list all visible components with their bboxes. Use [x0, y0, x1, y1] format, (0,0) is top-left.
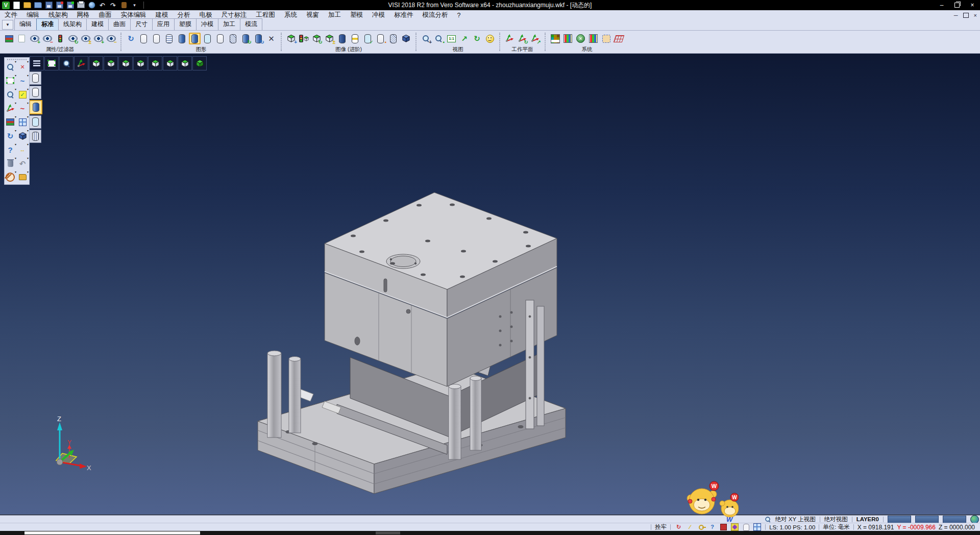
layer-chip-2[interactable]	[915, 516, 939, 523]
visibility-toggle-icon[interactable]: ±	[80, 33, 91, 44]
print-icon[interactable]	[77, 2, 85, 9]
layer-label[interactable]: LAYER0	[856, 516, 879, 522]
pan-view-icon[interactable]: ↗	[458, 33, 470, 44]
workplane-rotate-icon[interactable]: ↻	[517, 33, 528, 44]
tab-8[interactable]: 冲模	[196, 18, 218, 30]
cylinder-mesh-icon[interactable]	[387, 33, 399, 44]
color-table-icon[interactable]	[562, 33, 574, 44]
flat-shaded-icon[interactable]	[214, 33, 226, 44]
restore-button[interactable]	[949, 0, 965, 10]
tab-6[interactable]: 应用	[152, 18, 175, 30]
zoom-1-1-icon[interactable]: 1:1	[446, 33, 457, 44]
color-palette-icon[interactable]	[549, 33, 561, 44]
view-refresh-icon[interactable]: ↻	[311, 33, 323, 44]
tab-5[interactable]: 尺寸	[130, 18, 153, 30]
zoom-extents-icon[interactable]: ▪	[433, 33, 445, 44]
tab-3[interactable]: 建模	[86, 18, 109, 30]
menu-item-16[interactable]: 标准件	[389, 10, 418, 20]
show-all-icon[interactable]: +	[92, 33, 104, 44]
view-eye-icon[interactable]	[484, 33, 496, 44]
hidden-line-dashed-icon[interactable]	[163, 33, 175, 44]
view-toggle-icon[interactable]: ±	[324, 33, 335, 44]
lock-label[interactable]: 拴牢	[655, 523, 667, 531]
view-mode-label[interactable]: 绝对 XY 上视图	[775, 516, 816, 523]
desktop-mascot[interactable]: W W W	[681, 479, 739, 526]
attribute-edit-icon[interactable]	[3, 33, 15, 44]
graphics-settings-icon[interactable]: ✕	[265, 33, 277, 44]
units-label[interactable]: 单位: 毫米	[823, 523, 849, 531]
minimize-button[interactable]: –	[934, 0, 949, 10]
menu-item-13[interactable]: 加工	[324, 10, 346, 20]
save-all-icon[interactable]	[66, 2, 74, 9]
tab-9[interactable]: 加工	[218, 18, 240, 30]
tab-7[interactable]: 塑膜	[174, 18, 197, 30]
taskbar-app-segment[interactable]	[24, 531, 200, 534]
workplane-move-icon[interactable]: ↗	[529, 33, 541, 44]
redraw-icon[interactable]: ↻	[125, 33, 137, 44]
cylinder-copy-icon[interactable]: ▪	[375, 33, 386, 44]
new-document-icon[interactable]	[13, 2, 20, 9]
temp-wireframe-icon[interactable]	[227, 33, 239, 44]
tab-2[interactable]: 线架构	[58, 18, 87, 30]
mdi-minimize-button[interactable]: ─	[954, 12, 958, 18]
filter-traffic-light-icon[interactable]	[54, 33, 66, 44]
show-remove-icon[interactable]: −	[41, 33, 53, 44]
transparent-icon[interactable]	[202, 33, 213, 44]
workplane-xyz-icon[interactable]	[504, 33, 516, 44]
save-icon[interactable]	[45, 2, 53, 9]
shaded-edges-icon[interactable]	[189, 33, 201, 44]
mdi-restore-button[interactable]	[963, 13, 969, 18]
show-add-icon[interactable]: +	[29, 33, 40, 44]
cylinder-dark-icon[interactable]	[336, 33, 348, 44]
mold-model-3d[interactable]	[0, 54, 980, 515]
menu-item-11[interactable]: 系统	[280, 10, 302, 20]
save-as-icon[interactable]	[56, 2, 63, 9]
attribute-copy-icon[interactable]	[16, 33, 28, 44]
open-file-icon[interactable]	[23, 2, 31, 9]
view-traffic-light-icon[interactable]	[298, 33, 310, 44]
cylinder-check-icon[interactable]: ✓	[362, 33, 374, 44]
hide-all-icon[interactable]: −	[105, 33, 117, 44]
visi-logo-icon[interactable]: V	[2, 2, 10, 9]
zoom-window-icon[interactable]: +	[420, 33, 432, 44]
tab-4[interactable]: 曲面	[108, 18, 131, 30]
status-search-icon[interactable]	[765, 517, 770, 522]
menu-item-12[interactable]: 视窗	[302, 10, 324, 20]
rotate-view-icon[interactable]: ↻	[471, 33, 483, 44]
cylinder-section-icon[interactable]	[349, 33, 361, 44]
menu-item-15[interactable]: 冲模	[368, 10, 389, 20]
tab-0[interactable]: 编辑	[14, 18, 37, 30]
tab-1[interactable]: 标准	[36, 18, 59, 30]
close-button[interactable]: ×	[965, 0, 980, 10]
history-icon[interactable]	[120, 2, 128, 9]
import-file-icon[interactable]	[34, 2, 42, 9]
mdi-close-button[interactable]: ×	[974, 12, 977, 18]
view-add-icon[interactable]: +	[285, 33, 297, 44]
toolbar-dropdown-button[interactable]: ▼	[2, 20, 13, 30]
absolute-view-label[interactable]: 绝对视图	[824, 516, 848, 523]
grid-capture-icon[interactable]	[753, 524, 762, 531]
undo-icon[interactable]: ↶	[99, 2, 106, 9]
redo-icon[interactable]: ↷	[109, 2, 117, 9]
hidden-line-icon[interactable]	[151, 33, 162, 44]
show-refresh-icon[interactable]: ↻	[67, 33, 79, 44]
solid-cube-icon[interactable]	[400, 33, 412, 44]
print-preview-icon[interactable]	[88, 2, 95, 9]
selection-hand-icon[interactable]	[600, 33, 612, 44]
tab-10[interactable]: 模流	[240, 18, 262, 30]
menu-item-18[interactable]: ?	[453, 10, 465, 20]
regen-shaded-icon[interactable]: ↻	[240, 33, 252, 44]
regen-view-icon[interactable]: ↻	[253, 33, 264, 44]
grid-settings-icon[interactable]	[613, 33, 625, 44]
layer-chip-3[interactable]	[943, 516, 966, 523]
viewport-3d[interactable]: ✕~✓~↻?↔↶	[0, 54, 980, 515]
taskbar-tray-segment[interactable]	[376, 531, 400, 534]
globe-icon[interactable]	[970, 515, 979, 524]
glove-select-icon[interactable]	[742, 524, 750, 531]
shaded-icon[interactable]	[176, 33, 188, 44]
wireframe-icon[interactable]	[138, 33, 150, 44]
system-settings-icon[interactable]	[575, 33, 586, 44]
menu-item-14[interactable]: 塑模	[346, 10, 368, 20]
menu-item-17[interactable]: 模流分析	[418, 10, 453, 20]
more-dropdown-icon[interactable]: ▾	[131, 2, 138, 9]
